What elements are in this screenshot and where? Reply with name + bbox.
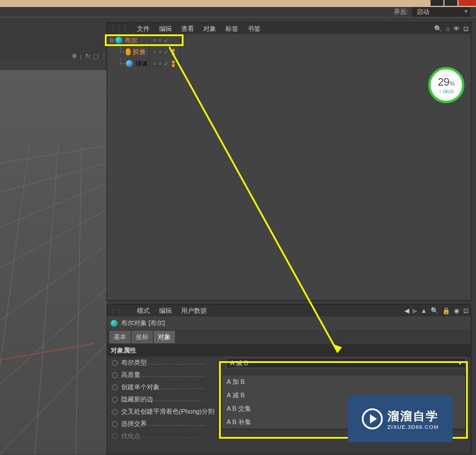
tree-label: 布尔: [125, 36, 137, 45]
svg-line-3: [0, 210, 107, 268]
tree-label: 胶囊: [133, 48, 146, 57]
interface-label: 界面:: [394, 8, 408, 16]
target-icon[interactable]: ◉: [454, 307, 460, 315]
maximize-button[interactable]: [445, 0, 457, 6]
speed-value: 29: [438, 76, 450, 88]
watermark-title: 溜溜自学: [387, 408, 439, 424]
attr-optimize: 优化点. . . . . . . . . . . . . . . . . . .…: [121, 432, 226, 440]
interface-selected-value: 启动: [417, 8, 429, 15]
tree-item-sphere[interactable]: 球体 ✓: [107, 58, 471, 69]
attr-hide-edges: 隐藏新的边. . . . . . . . . . . . . . . . . .…: [121, 395, 226, 404]
tab-object[interactable]: 对象: [154, 331, 175, 343]
up-arrow-icon[interactable]: ▲: [421, 307, 427, 314]
radio-icon[interactable]: [112, 421, 118, 427]
svg-line-4: [0, 245, 107, 320]
down-icon[interactable]: ↓: [79, 52, 83, 60]
svg-line-2: [0, 184, 107, 227]
tree-label: 球体: [135, 59, 148, 68]
bool-object-icon: [111, 320, 118, 327]
menu-file[interactable]: 文件: [132, 23, 154, 34]
radio-icon[interactable]: [112, 360, 118, 366]
watermark-url: ZIXUE.3D66.COM: [387, 424, 439, 430]
svg-line-7: [0, 146, 29, 454]
network-speed-widget[interactable]: 29% ↑ 0K/s: [428, 67, 464, 103]
attr-bool-type: 布尔类型. . . . . . . . . . . . . . . . . . …: [121, 358, 226, 367]
svg-line-1: [0, 163, 107, 192]
radio-icon[interactable]: [112, 409, 118, 415]
interface-select[interactable]: 启动: [412, 7, 470, 17]
object-manager: ⋮⋮⋮ 文件 编辑 查看 对象 标签 书签 🔍 ⌂ 👁 ⊡ ⊟: [107, 22, 471, 301]
svg-line-9: [76, 146, 82, 454]
menu-edit-attr[interactable]: 编辑: [154, 305, 177, 316]
menu-tags[interactable]: 标签: [221, 23, 243, 34]
menu-edit[interactable]: 编辑: [154, 23, 177, 34]
menu-view[interactable]: 查看: [177, 23, 199, 34]
rotate-icon[interactable]: ↻: [85, 52, 90, 60]
viewport[interactable]: ✥ ↓ ↻ ▢ ⋮⋮: [0, 17, 107, 454]
svg-line-10: [0, 344, 93, 360]
menu-mode[interactable]: 模式: [132, 305, 154, 316]
panel-grip-icon[interactable]: ⋮⋮⋮: [110, 25, 129, 33]
section-title: 对象属性: [107, 344, 471, 357]
expand-icon[interactable]: ⊡: [463, 25, 468, 33]
home-icon[interactable]: ⌂: [446, 25, 450, 33]
forward-icon[interactable]: ▶: [412, 307, 417, 315]
radio-icon[interactable]: [112, 372, 118, 378]
search-icon[interactable]: 🔍: [431, 307, 439, 315]
panel-grip-icon[interactable]: ⋮⋮⋮: [110, 307, 129, 315]
eye-icon[interactable]: 👁: [453, 25, 460, 33]
expand-icon[interactable]: ⊡: [463, 307, 468, 315]
svg-line-6: [0, 344, 107, 454]
box-icon[interactable]: ▢: [93, 52, 98, 60]
attribute-title: 布尔对象 [布尔]: [121, 319, 165, 327]
back-icon[interactable]: ◀: [404, 307, 409, 315]
search-icon[interactable]: 🔍: [434, 25, 442, 33]
move-icon[interactable]: ✥: [72, 52, 77, 60]
grip-icon[interactable]: ⋮⋮: [101, 52, 107, 60]
menu-bookmark[interactable]: 书签: [243, 23, 265, 34]
svg-line-5: [0, 288, 107, 385]
tab-coord[interactable]: 坐标: [132, 331, 153, 343]
tab-basic[interactable]: 基本: [110, 331, 131, 343]
play-icon: [362, 408, 383, 429]
svg-line-8: [35, 146, 58, 454]
bool-object-icon: [115, 37, 122, 44]
attr-high-quality: 高质量. . . . . . . . . . . . . . . . . . .…: [121, 371, 226, 379]
sphere-object-icon: [126, 60, 133, 67]
attr-create-single: 创建单个对象. . . . . . . . . . . . . . . . . …: [121, 383, 226, 391]
capsule-object-icon: [126, 48, 131, 55]
svg-line-0: [0, 146, 107, 163]
speed-rate: ↑ 0K/s: [439, 89, 453, 94]
lock-icon[interactable]: 🔒: [442, 307, 450, 315]
minimize-button[interactable]: [431, 0, 443, 6]
collapse-icon[interactable]: ⊟: [110, 37, 114, 43]
close-button[interactable]: [459, 0, 476, 6]
radio-icon[interactable]: [112, 397, 118, 403]
tree-item-bool[interactable]: ⊟ 布尔 ✓: [107, 34, 471, 46]
tree-item-capsule[interactable]: 胶囊 ✓: [107, 46, 471, 58]
watermark: 溜溜自学 ZIXUE.3D66.COM: [348, 396, 453, 442]
menu-userdata[interactable]: 用户数据: [177, 305, 211, 316]
menu-object[interactable]: 对象: [199, 23, 221, 34]
radio-icon: [112, 433, 118, 439]
attr-select-intersect: 选择交界. . . . . . . . . . . . . . . . . . …: [121, 419, 226, 428]
radio-icon[interactable]: [112, 385, 118, 390]
attr-phong: 交叉处创建平滑着色(Phong)分割: [121, 407, 226, 416]
